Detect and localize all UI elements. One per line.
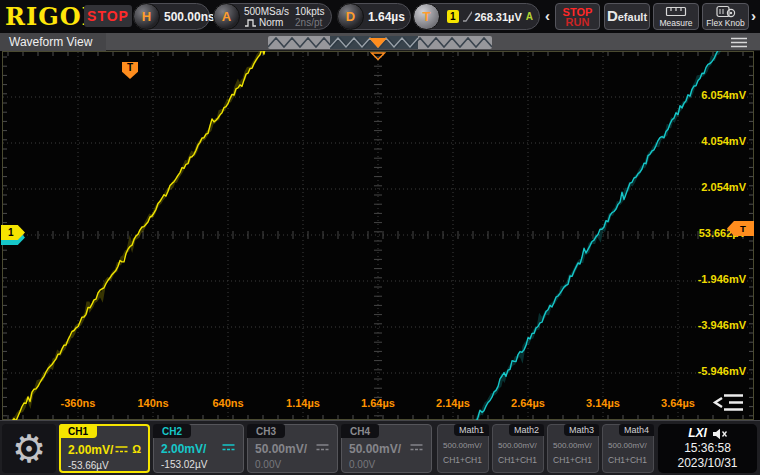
graticule-grid — [2, 51, 754, 420]
acquisition-status-badge: STOP — [84, 5, 132, 27]
voltage-label: -1.946mV — [698, 273, 746, 285]
system-date: 2023/10/31 — [677, 456, 737, 471]
menu-icon[interactable] — [730, 37, 748, 48]
channel-box-ch2[interactable]: CH2 2.00mV/ -153.02µV — [153, 424, 244, 473]
flex-knob-button[interactable]: Flex Knob — [702, 3, 749, 30]
t-knob-icon[interactable]: T — [413, 3, 440, 30]
trigger-source-badge: 1 — [447, 10, 459, 23]
toolbar-scroll-left-icon[interactable]: ‹ — [545, 7, 550, 24]
math-box-math4[interactable]: Math4 500.00mV/ CH1+CH1 — [602, 424, 654, 473]
flex-knob-icon — [715, 5, 737, 18]
d-knob-icon[interactable]: D — [337, 3, 364, 30]
view-tab-bar: Waveform View — [0, 33, 760, 51]
ch1-offset: -53.66µV — [68, 460, 109, 471]
horizontal-scale-value: 500.00ns/ — [164, 10, 218, 24]
dc-coupling-icon — [221, 443, 236, 452]
system-time: 15:36:58 — [684, 441, 731, 456]
run-stop-button-run-label: RUN — [566, 17, 590, 27]
voltage-label: -5.946mV — [698, 365, 746, 377]
channel-box-ch1[interactable]: CH1 2.00mV/ Ω -53.66µV — [59, 424, 150, 473]
gear-icon: ⚙ — [12, 430, 46, 468]
time-label: 640ns — [212, 397, 243, 409]
memory-depth: 10kpts — [295, 6, 324, 17]
run-stop-button[interactable]: STOP RUN — [555, 3, 600, 30]
ch3-scale: 50.00mV/ — [255, 442, 307, 456]
flex-knob-button-label: Flex Knob — [706, 18, 744, 28]
delay-value: 1.64µs — [368, 10, 405, 24]
trigger-status: A — [526, 11, 533, 22]
time-label: 3.64µs — [661, 397, 695, 409]
voltage-label: 6.054mV — [701, 89, 746, 101]
math4-scale: 500.00mV/ — [608, 441, 647, 450]
time-label: 2.14µs — [436, 397, 470, 409]
graticule-menu-icon[interactable] — [712, 393, 746, 412]
channel-box-ch4[interactable]: CH4 50.00mV/ 0.00V — [341, 424, 432, 473]
lxi-label: LXI — [688, 426, 707, 441]
math-box-math1[interactable]: Math1 500.00mV/ CH1+CH1 — [437, 424, 489, 473]
dc-coupling-icon — [409, 443, 424, 452]
ch2-scale: 2.00mV/ — [161, 442, 206, 456]
horizontal-scale-control[interactable]: H 500.00ns/ — [133, 3, 210, 30]
math1-tab[interactable]: Math1 — [454, 424, 489, 436]
math2-expression: CH1+CH1 — [498, 455, 537, 465]
math3-expression: CH1+CH1 — [553, 455, 592, 465]
delay-center-marker-icon[interactable] — [370, 52, 386, 61]
dc-coupling-icon — [315, 443, 330, 452]
math4-tab[interactable]: Math4 — [619, 424, 654, 436]
a-knob-icon[interactable]: A — [213, 3, 240, 30]
speaker-muted-icon — [712, 428, 727, 440]
sample-rate-block: 500MSa/s Norm — [244, 6, 289, 28]
settings-button[interactable]: ⚙ — [2, 424, 56, 473]
math-box-math3[interactable]: Math3 500.00mV/ CH1+CH1 — [547, 424, 599, 473]
h-knob-icon[interactable]: H — [133, 3, 160, 30]
acquire-mode: Norm — [259, 17, 283, 28]
impedance-icon: Ω — [132, 444, 141, 454]
ch1-scale: 2.00mV/ — [68, 443, 113, 457]
rising-edge-icon — [462, 10, 473, 23]
channel-box-ch3[interactable]: CH3 50.00mV/ 0.00V — [247, 424, 338, 473]
horizontal-position-overview[interactable] — [268, 35, 492, 48]
ch4-offset: 0.00V — [349, 459, 375, 470]
time-label: 140ns — [137, 397, 168, 409]
measure-button-label: Measure — [659, 18, 692, 28]
trigger-control[interactable]: T 1 268.31µV A — [413, 3, 540, 30]
ch1-tab[interactable]: CH1 — [59, 424, 97, 438]
oscilloscope-screen: RIGOL STOP H 500.00ns/ A 500MSa/s Norm 1… — [0, 0, 760, 475]
math2-scale: 500.00mV/ — [498, 441, 537, 450]
sample-rate: 500MSa/s — [244, 6, 289, 17]
toolbar-scroll-right-icon[interactable]: › — [751, 7, 756, 24]
ch4-scale: 50.00mV/ — [349, 442, 401, 456]
math4-expression: CH1+CH1 — [608, 455, 647, 465]
acquire-control[interactable]: A 500MSa/s Norm 10kpts 2ns/pt — [213, 3, 332, 30]
default-button[interactable]: Default — [604, 3, 650, 30]
delay-control[interactable]: D 1.64µs — [337, 3, 411, 30]
waveform-graticule[interactable]: T 1 T 6.054mV4.054mV2.054mV53.662µV-1.94… — [2, 51, 754, 420]
default-button-label: Default — [607, 11, 647, 22]
memory-depth-block: 10kpts 2ns/pt — [295, 6, 324, 28]
memory-overview-strip — [268, 36, 492, 49]
time-resolution: 2ns/pt — [295, 17, 324, 28]
time-label: -360ns — [61, 397, 96, 409]
math3-tab[interactable]: Math3 — [564, 424, 599, 436]
system-info-box[interactable]: LXI 15:36:58 2023/10/31 — [658, 424, 757, 473]
ch3-offset: 0.00V — [255, 459, 281, 470]
ch2-tab[interactable]: CH2 — [153, 424, 191, 438]
voltage-label: -3.946mV — [698, 319, 746, 331]
tab-waveform-view[interactable]: Waveform View — [0, 33, 106, 51]
math3-scale: 500.00mV/ — [553, 441, 592, 450]
ruler-icon — [665, 6, 687, 18]
trigger-level-value: 268.31µV — [474, 11, 521, 23]
time-label: 2.64µs — [511, 397, 545, 409]
run-stop-button-stop-label: STOP — [563, 7, 593, 17]
measure-button[interactable]: Measure — [653, 3, 699, 30]
ch3-tab[interactable]: CH3 — [247, 424, 285, 438]
dc-coupling-icon — [114, 445, 129, 454]
time-label: 3.14µs — [586, 397, 620, 409]
ch2-offset: -153.02µV — [161, 459, 207, 470]
bottombar: ⚙ CH1 2.00mV/ Ω -53.66µV CH2 2.00mV/ — [0, 420, 760, 475]
time-label: 1.64µs — [361, 397, 395, 409]
math2-tab[interactable]: Math2 — [509, 424, 544, 436]
math1-scale: 500.00mV/ — [443, 441, 482, 450]
math-box-math2[interactable]: Math2 500.00mV/ CH1+CH1 — [492, 424, 544, 473]
ch4-tab[interactable]: CH4 — [341, 424, 379, 438]
